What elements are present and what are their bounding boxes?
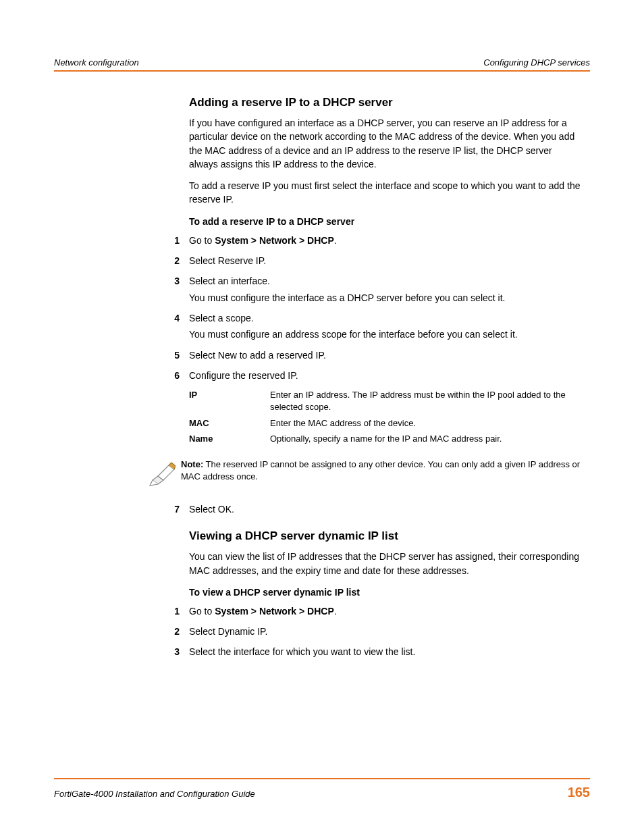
section1-para1: If you have configured an interface as a… — [189, 116, 583, 171]
note-body: The reserved IP cannot be assigned to an… — [181, 459, 580, 481]
definition-row: IP Enter an IP address. The IP address m… — [189, 389, 583, 413]
step-row: 4 Select a scope. You must configure an … — [189, 311, 583, 342]
definition-term: MAC — [189, 417, 270, 429]
note-text: Note: The reserved IP cannot be assigned… — [181, 459, 583, 483]
footer-rule — [54, 778, 590, 779]
step-row: 3 Select the interface for which you wan… — [189, 645, 583, 658]
page-number: 165 — [568, 785, 590, 800]
definition-term: IP — [189, 389, 270, 413]
definition-row: Name Optionally, specify a name for the … — [189, 433, 583, 445]
footer-title: FortiGate-4000 Installation and Configur… — [54, 789, 255, 799]
step-text-pre: Go to — [189, 235, 215, 246]
step-text: Configure the reserved IP. — [189, 369, 583, 382]
step-row: 2 Select Dynamic IP. — [189, 625, 583, 638]
definition-desc: Enter an IP address. The IP address must… — [270, 389, 583, 413]
step-number: 3 — [151, 645, 189, 658]
step-text-post: . — [334, 606, 337, 617]
section1-subhead: To add a reserve IP to a DHCP server — [189, 216, 583, 227]
step-bold-path: System > Network > DHCP — [215, 235, 334, 246]
definition-desc: Enter the MAC address of the device. — [270, 417, 583, 429]
page: Network configuration Configuring DHCP s… — [0, 0, 644, 834]
section2-subhead: To view a DHCP server dynamic IP list — [189, 587, 583, 598]
main-content: Adding a reserve IP to a DHCP server If … — [189, 96, 583, 659]
step-text: Select Reserve IP. — [189, 254, 583, 267]
section2-title: Viewing a DHCP server dynamic IP list — [189, 529, 583, 543]
step-text: Select an interface. — [189, 274, 583, 288]
step-number: 2 — [151, 254, 189, 267]
note-block: Note: The reserved IP cannot be assigned… — [149, 459, 583, 489]
step-row: 6 Configure the reserved IP. — [189, 369, 583, 382]
step-number: 2 — [151, 625, 189, 638]
definition-term: Name — [189, 433, 270, 445]
definition-list: IP Enter an IP address. The IP address m… — [189, 389, 583, 445]
running-header: Network configuration Configuring DHCP s… — [54, 57, 590, 70]
step-text-post: . — [334, 235, 337, 246]
definition-desc: Optionally, specify a name for the IP an… — [270, 433, 583, 445]
section1-para2: To add a reserve IP you must first selec… — [189, 179, 583, 207]
step-number: 1 — [151, 604, 189, 618]
definition-row: MAC Enter the MAC address of the device. — [189, 417, 583, 429]
step-row: 2 Select Reserve IP. — [189, 254, 583, 267]
step-row: 3 Select an interface. You must configur… — [189, 274, 583, 305]
step-text-pre: Go to — [189, 606, 215, 617]
step-body: Select an interface. You must configure … — [189, 274, 583, 305]
step-row: 5 Select New to add a reserved IP. — [189, 348, 583, 362]
note-icon — [149, 459, 181, 489]
footer: FortiGate-4000 Installation and Configur… — [54, 778, 590, 800]
step-text: Select OK. — [189, 502, 583, 516]
footer-row: FortiGate-4000 Installation and Configur… — [54, 785, 590, 800]
header-rule — [54, 70, 590, 72]
section2-para1: You can view the list of IP addresses th… — [189, 550, 583, 577]
note-label: Note: — [181, 459, 203, 469]
step-subtext: You must configure an address scope for … — [189, 328, 583, 341]
section1-title: Adding a reserve IP to a DHCP server — [189, 96, 583, 109]
step-row: 7 Select OK. — [189, 502, 583, 516]
step-bold-path: System > Network > DHCP — [215, 606, 334, 617]
step-row: 1 Go to System > Network > DHCP. — [189, 604, 583, 618]
step-text: Select a scope. — [189, 311, 583, 325]
header-right: Configuring DHCP services — [483, 57, 590, 68]
step-body: Go to System > Network > DHCP. — [189, 234, 583, 247]
step-number: 4 — [151, 311, 189, 342]
step-body: Select a scope. You must configure an ad… — [189, 311, 583, 342]
step-subtext: You must configure the interface as a DH… — [189, 291, 583, 305]
header-left: Network configuration — [54, 57, 139, 68]
step-body: Go to System > Network > DHCP. — [189, 604, 583, 618]
step-number: 3 — [151, 274, 189, 305]
step-number: 1 — [151, 234, 189, 247]
step-text: Select the interface for which you want … — [189, 645, 583, 658]
step-row: 1 Go to System > Network > DHCP. — [189, 234, 583, 247]
step-text: Select Dynamic IP. — [189, 625, 583, 638]
step-number: 6 — [151, 369, 189, 382]
step-number: 5 — [151, 348, 189, 362]
step-text: Select New to add a reserved IP. — [189, 348, 583, 362]
step-number: 7 — [151, 502, 189, 516]
